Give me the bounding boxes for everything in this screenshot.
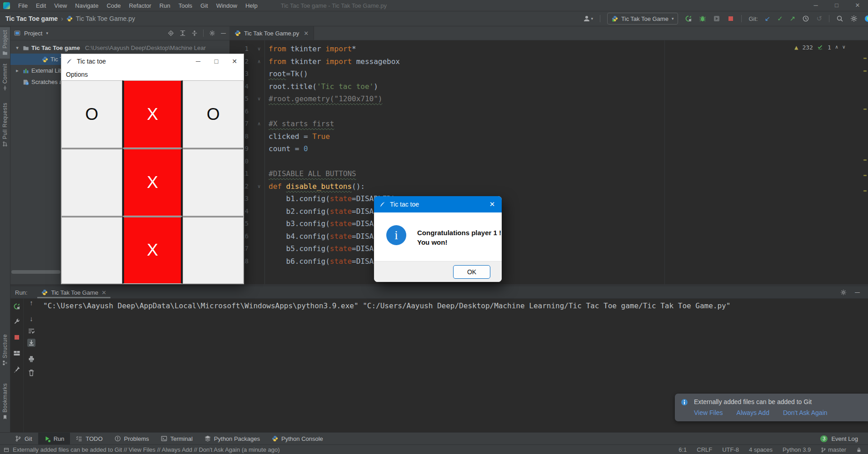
code-line[interactable]: 5∨#root.geometry("1200x710") — [229, 93, 868, 105]
status-item[interactable]: CRLF — [697, 446, 712, 453]
code-line[interactable]: 13 b1.config(state=DISABLED) — [229, 192, 868, 205]
error-stripe-mark[interactable] — [863, 70, 867, 72]
game-cell-7[interactable] — [61, 216, 122, 284]
stripe-tab-pull-requests[interactable]: Pull Requests — [0, 100, 10, 149]
close-tab-icon[interactable]: ✕ — [304, 30, 309, 37]
console-output[interactable]: "C:\Users\Aayush Deep\AppData\Local\Micr… — [43, 301, 864, 310]
code-line[interactable]: 1∨from tkinter import* — [229, 43, 868, 55]
close-run-tab-icon[interactable]: ✕ — [101, 289, 106, 296]
code-line[interactable]: 9count = 0 — [229, 143, 868, 155]
menu-view[interactable]: View — [50, 2, 71, 9]
pin-tab-icon[interactable] — [13, 365, 20, 373]
fold-marker-icon[interactable]: ∨ — [256, 180, 262, 193]
next-problem-icon[interactable]: ∨ — [842, 44, 845, 51]
game-cell-3[interactable]: O — [183, 80, 244, 148]
bottom-tab-git[interactable]: Git — [9, 433, 38, 444]
status-item[interactable]: UTF-8 — [722, 446, 739, 453]
run-config-select[interactable]: Tic Tak Toe Game ▾ — [607, 13, 678, 25]
code-line[interactable]: 11#DISABLE ALL BUTTONS — [229, 168, 868, 180]
code-line[interactable]: 8clicked = True — [229, 130, 868, 143]
game-maximize-icon[interactable]: □ — [207, 54, 225, 69]
code-line[interactable]: 10 — [229, 155, 868, 168]
status-item[interactable]: 4 spaces — [749, 446, 773, 453]
git-commit-check-icon[interactable]: ✓ — [777, 15, 783, 22]
bottom-tab-terminal[interactable]: Terminal — [155, 433, 199, 444]
error-stripe-mark[interactable] — [863, 190, 867, 192]
code-line[interactable]: 3root=Tk() — [229, 68, 868, 80]
code-with-me-icon[interactable] — [864, 15, 868, 22]
menu-git[interactable]: Git — [196, 2, 212, 9]
hide-panel-icon[interactable]: ─ — [221, 30, 226, 37]
print-icon[interactable] — [28, 355, 35, 363]
clear-console-trash-icon[interactable] — [28, 369, 35, 376]
up-stack-icon[interactable]: ↑ — [28, 299, 35, 306]
history-clock-icon[interactable] — [802, 15, 809, 22]
minimize-window-icon[interactable]: ─ — [805, 0, 826, 11]
run-button-icon[interactable] — [685, 15, 692, 22]
git-update-icon[interactable]: ↙ — [765, 15, 771, 22]
run-config-wrench-icon[interactable] — [13, 318, 20, 325]
dialog-close-icon[interactable]: ✕ — [483, 196, 502, 212]
game-cell-9[interactable] — [183, 216, 244, 284]
error-stripe-mark[interactable] — [863, 58, 867, 59]
breadcrumb-project[interactable]: Tic Tac Toe game — [5, 15, 58, 22]
game-cell-5[interactable]: X — [122, 148, 183, 216]
bottom-tab-run[interactable]: Run — [38, 433, 70, 444]
code-line[interactable]: 4root.title('Tic tac toe') — [229, 80, 868, 93]
status-item[interactable]: Python 3.9 — [783, 446, 811, 453]
menu-edit[interactable]: Edit — [32, 2, 50, 9]
project-hscrollbar[interactable] — [11, 270, 60, 274]
code-area[interactable]: 1∨from tkinter import*2∧from tkinter imp… — [229, 40, 868, 284]
error-stripe-mark[interactable] — [863, 175, 867, 176]
menu-help[interactable]: Help — [241, 2, 262, 9]
tree-chevron-icon[interactable]: ▾ — [14, 45, 20, 51]
menu-code[interactable]: Code — [103, 2, 125, 9]
game-options-menu[interactable]: Options — [66, 71, 88, 78]
stop-button-icon[interactable] — [727, 15, 734, 22]
status-message[interactable]: Externally added files can be added to G… — [13, 446, 280, 453]
locate-file-icon[interactable] — [168, 30, 174, 36]
hide-run-panel-icon[interactable]: ─ — [855, 289, 860, 296]
event-log-button[interactable]: 3 Event Log — [820, 435, 868, 442]
git-push-icon[interactable]: ↗ — [790, 15, 796, 22]
breadcrumb-file[interactable]: Tic Tak Toe Game.py — [76, 15, 135, 22]
close-window-icon[interactable]: ✕ — [847, 0, 868, 11]
dialog-title-bar[interactable]: Tic tac toe ✕ — [374, 196, 502, 212]
prev-problem-icon[interactable]: ∧ — [835, 44, 838, 51]
fold-marker-icon[interactable]: ∧ — [256, 118, 262, 130]
expand-all-icon[interactable] — [180, 30, 186, 36]
code-line[interactable]: 15 b3.config(state=DISABLED) — [229, 217, 868, 230]
fold-marker-icon[interactable]: ∨ — [256, 43, 262, 55]
code-line[interactable]: 7∧#X starts first — [229, 118, 868, 130]
status-item[interactable]: 6:1 — [678, 446, 687, 453]
error-stripe-mark[interactable] — [863, 159, 867, 161]
menu-window[interactable]: Window — [212, 2, 241, 9]
search-everywhere-icon[interactable] — [836, 15, 843, 22]
game-cell-6[interactable] — [183, 148, 244, 216]
game-window-title-bar[interactable]: Tic tac toe ─ □ ✕ — [61, 54, 244, 69]
ok-button[interactable]: OK — [453, 265, 490, 279]
menu-refactor[interactable]: Refactor — [125, 2, 155, 9]
fold-marker-icon[interactable]: ∧ — [256, 55, 262, 68]
scroll-to-end-icon[interactable] — [27, 339, 35, 347]
win-message-dialog[interactable]: Tic tac toe ✕ i Congratulations player 1… — [374, 196, 502, 282]
tkinter-game-window[interactable]: Tic tac toe ─ □ ✕ Options OXOXX — [61, 54, 244, 284]
code-line[interactable]: 16 b4.config(state=DISABLED) — [229, 230, 868, 243]
inspection-widget[interactable]: ▲ 232 1 ∧ ∨ — [792, 43, 848, 51]
code-line[interactable]: 6 — [229, 105, 868, 118]
down-stack-icon[interactable]: ↓ — [28, 315, 35, 322]
code-line[interactable]: 17 b5.config(state=DISABLED) — [229, 242, 868, 255]
notification-link-view-files[interactable]: View Files — [694, 409, 723, 416]
chevron-down-icon[interactable]: ▾ — [46, 30, 48, 37]
maximize-window-icon[interactable]: □ — [826, 0, 847, 11]
code-line[interactable]: 12∨def disable_buttons(): — [229, 180, 868, 193]
error-stripe-mark[interactable] — [863, 109, 867, 110]
project-panel-title[interactable]: Project — [24, 30, 42, 37]
menu-navigate[interactable]: Navigate — [71, 2, 102, 9]
game-cell-4[interactable] — [61, 148, 122, 216]
menu-tools[interactable]: Tools — [175, 2, 196, 9]
rerun-icon[interactable] — [13, 303, 20, 310]
collapse-all-icon[interactable] — [191, 30, 198, 36]
project-settings-gear-icon[interactable] — [209, 30, 215, 36]
restore-layout-icon[interactable] — [13, 350, 20, 357]
